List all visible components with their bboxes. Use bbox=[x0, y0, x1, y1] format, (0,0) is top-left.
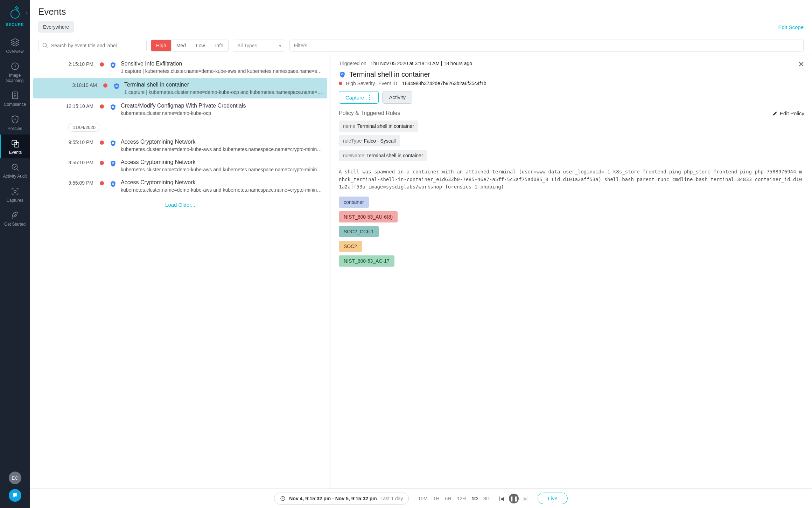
pencil-icon bbox=[772, 111, 778, 116]
tag[interactable]: SOC2_CC6.1 bbox=[339, 226, 379, 237]
severity-med-button[interactable]: Med bbox=[172, 40, 191, 51]
severity-high-button[interactable]: High bbox=[151, 40, 172, 51]
event-title: Access Cryptomining Network bbox=[121, 179, 322, 186]
event-row[interactable]: 9:55:09 PM Access Cryptomining Network k… bbox=[30, 176, 331, 196]
sidebar-item-image-scanning[interactable]: Image Scanning bbox=[0, 57, 30, 87]
severity-label: High Severity bbox=[346, 81, 375, 86]
logo[interactable]: › bbox=[0, 6, 30, 20]
time-range-text: Nov 4, 9:15:32 pm - Nov 5, 9:15:32 pm bbox=[289, 496, 377, 501]
sidebar-item-events[interactable]: Events bbox=[0, 135, 30, 158]
time-range-last: Last 1 day bbox=[380, 496, 403, 501]
event-subtitle: kubernetes.cluster.name=demo-kube-aws an… bbox=[121, 146, 322, 152]
event-timeline: 2:15:10 PM Sensitive Info Exfiltration 1… bbox=[30, 56, 331, 488]
date-divider: 11/04/2020 bbox=[68, 123, 100, 132]
sidebar-item-label: Activity Audit bbox=[3, 174, 27, 179]
time-range-option[interactable]: 1D bbox=[471, 496, 478, 501]
sidebar-item-label: Overview bbox=[6, 49, 23, 54]
edit-policy-button[interactable]: Edit Policy bbox=[772, 110, 804, 116]
kv-pill: ruleTypeFalco - Syscall bbox=[339, 135, 400, 146]
rule-message: A shell was spawned in a container with … bbox=[339, 168, 804, 191]
severity-info-button[interactable]: Info bbox=[210, 40, 228, 51]
tag[interactable]: container bbox=[339, 197, 369, 208]
sidebar-item-get-started[interactable]: Get Started bbox=[0, 206, 30, 230]
scope-chip[interactable]: Everywhere bbox=[38, 21, 74, 33]
kv-pill: nameTerminal shell in container bbox=[339, 121, 418, 132]
time-range-option[interactable]: 12H bbox=[457, 496, 466, 501]
live-button[interactable]: Live bbox=[538, 493, 568, 504]
event-row[interactable]: 9:55:10 PM Access Cryptomining Network k… bbox=[30, 135, 331, 156]
sidebar-item-label: Captures bbox=[6, 198, 23, 203]
time-range-option[interactable]: 6H bbox=[445, 496, 451, 501]
sidebar-item-compliance[interactable]: Compliance bbox=[0, 87, 30, 110]
event-time: 12:15:10 AM bbox=[30, 103, 100, 109]
chat-button[interactable] bbox=[9, 489, 21, 502]
skip-back-icon[interactable]: |◀ bbox=[499, 496, 504, 501]
sidebar-item-label: Image Scanning bbox=[0, 73, 30, 83]
event-title: Access Cryptomining Network bbox=[121, 159, 322, 165]
event-time: 9:55:10 PM bbox=[30, 139, 100, 145]
close-icon[interactable]: ✕ bbox=[798, 61, 804, 68]
time-range-option[interactable]: 10M bbox=[418, 496, 427, 501]
sidebar-item-label: Get Started bbox=[4, 222, 26, 227]
brand-label: SECURE bbox=[6, 22, 24, 27]
page-title: Events bbox=[38, 6, 804, 17]
event-subtitle: kubernetes.cluster.name=demo-kube-aws an… bbox=[121, 167, 322, 172]
sidebar-item-activity-audit[interactable]: Activity Audit bbox=[0, 158, 30, 182]
severity-dot bbox=[100, 161, 104, 165]
sidebar-item-policies[interactable]: Policies bbox=[0, 111, 30, 135]
sidebar-item-label: Events bbox=[9, 150, 22, 155]
tag[interactable]: SOC2 bbox=[339, 241, 362, 252]
event-row[interactable]: 3:18:10 AM Terminal shell in container 1… bbox=[33, 78, 327, 98]
event-subtitle: kubernetes.cluster.name=demo-kube-ocp bbox=[121, 110, 322, 116]
event-title: Create/Modify Configmap With Private Cre… bbox=[121, 103, 322, 109]
event-subtitle: 1 capture | kubernetes.cluster.name=demo… bbox=[124, 89, 322, 95]
severity-dot bbox=[100, 181, 104, 185]
time-range-pill[interactable]: Nov 4, 9:15:32 pm - Nov 5, 9:15:32 pm La… bbox=[274, 493, 409, 504]
search-icon bbox=[42, 42, 48, 49]
time-range-options: 10M1H6H12H1D3D bbox=[418, 496, 490, 501]
time-range-option[interactable]: 3D bbox=[483, 496, 490, 501]
kebab-icon: ⋮ bbox=[367, 94, 372, 101]
skip-forward-icon[interactable]: ▶| bbox=[524, 496, 529, 501]
detail-title: Terminal shell in container bbox=[349, 70, 430, 78]
event-subtitle: 1 capture | kubernetes.cluster.name=demo… bbox=[121, 68, 322, 74]
shield-icon bbox=[110, 139, 117, 147]
tag[interactable]: NIST_800-53_AC-17 bbox=[339, 255, 394, 267]
filters-input-wrapper[interactable] bbox=[289, 40, 804, 52]
event-title: Terminal shell in container bbox=[124, 82, 322, 88]
edit-scope-link[interactable]: Edit Scope bbox=[778, 24, 804, 30]
kv-pill: ruleNameTerminal shell in container bbox=[339, 150, 427, 161]
time-range-option[interactable]: 1H bbox=[433, 496, 440, 501]
tag[interactable]: NIST_800-53_AU-6(8) bbox=[339, 211, 398, 222]
type-select[interactable]: All Types bbox=[233, 40, 285, 52]
severity-dot bbox=[103, 83, 107, 88]
time-bar: Nov 4, 9:15:32 pm - Nov 5, 9:15:32 pm La… bbox=[30, 488, 812, 508]
event-title: Sensitive Info Exfiltration bbox=[121, 61, 322, 67]
severity-low-button[interactable]: Low bbox=[191, 40, 210, 51]
search-input[interactable] bbox=[51, 43, 143, 48]
triggered-on-value: Thu Nov 05 2020 at 3:18:10 AM | 18 hours… bbox=[370, 61, 472, 66]
event-row[interactable]: 2:15:10 PM Sensitive Info Exfiltration 1… bbox=[30, 57, 331, 77]
search-input-wrapper[interactable] bbox=[38, 40, 147, 51]
timeline-line bbox=[107, 56, 107, 488]
activity-button[interactable]: Activity bbox=[382, 91, 412, 104]
severity-filter-group: High Med Low Info bbox=[151, 40, 229, 52]
avatar[interactable]: EC bbox=[9, 472, 21, 484]
shield-icon bbox=[113, 82, 120, 90]
sidebar-item-overview[interactable]: Overview bbox=[0, 34, 30, 57]
event-title: Access Cryptomining Network bbox=[121, 139, 322, 145]
load-older-button[interactable]: Load Older... bbox=[30, 196, 331, 213]
pause-icon[interactable]: ❚❚ bbox=[509, 494, 519, 503]
playback-controls: |◀ ❚❚ ▶| bbox=[499, 494, 528, 503]
event-row[interactable]: 9:55:10 PM Access Cryptomining Network k… bbox=[30, 156, 331, 176]
sidebar-item-captures[interactable]: Captures bbox=[0, 183, 30, 206]
type-select-label: All Types bbox=[237, 43, 257, 48]
severity-dot bbox=[100, 62, 104, 67]
section-title: Policy & Triggered Rules bbox=[339, 110, 400, 116]
event-row[interactable]: 12:15:10 AM Create/Modify Configmap With… bbox=[30, 99, 331, 119]
clock-icon bbox=[280, 496, 286, 501]
capture-button[interactable]: Capture ⋮ bbox=[339, 91, 379, 104]
filters-input[interactable] bbox=[294, 43, 799, 48]
shield-icon bbox=[110, 61, 117, 69]
svg-point-0 bbox=[11, 10, 19, 18]
